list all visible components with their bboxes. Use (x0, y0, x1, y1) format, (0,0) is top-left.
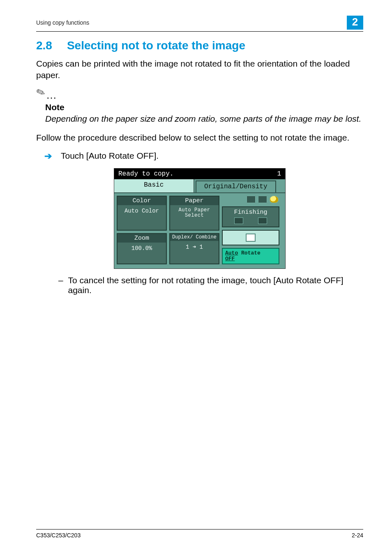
page-icon (246, 234, 256, 242)
duplex-header: Duplex/ Combine (170, 234, 219, 241)
note-label: Note (45, 102, 363, 112)
finishing-button[interactable]: Finishing (222, 206, 279, 227)
section-heading: 2.8Selecting not to rotate the image (36, 39, 363, 52)
output-preview-button[interactable] (222, 230, 279, 245)
paper-header: Paper (170, 197, 219, 205)
footer-page-number: 2-24 (352, 532, 363, 539)
header-rule (36, 31, 363, 32)
duplex-value: 1 ➜ 1 (170, 241, 219, 251)
auto-rotate-word3: OFF (225, 256, 235, 262)
footer-model: C353/C253/C203 (36, 532, 81, 539)
footer-rule (36, 529, 363, 530)
section-number: 2.8 (36, 39, 52, 52)
running-head: Using copy functions (36, 19, 89, 26)
step-1-text: Touch [Auto Rotate OFF]. (61, 151, 159, 162)
color-setting-button[interactable]: Color Auto Color (117, 196, 167, 231)
printer-lcd-screenshot: Ready to copy. 1 Basic Original/Density … (114, 168, 286, 268)
zoom-value: 100.0% (118, 243, 166, 252)
staple-icon (258, 196, 267, 203)
magnifier-icon (270, 196, 279, 203)
finishing-label: Finishing (223, 209, 279, 216)
note-block: ✎… Note Depending on the paper size and … (36, 89, 363, 125)
note-ellipsis-icon: … (46, 89, 57, 101)
lcd-status-text: Ready to copy. (118, 170, 173, 178)
section-title-text: Selecting not to rotate the image (67, 39, 245, 52)
color-header: Color (118, 197, 166, 205)
duplex-combine-button[interactable]: Duplex/ Combine 1 ➜ 1 (169, 233, 219, 264)
tab-basic[interactable]: Basic (114, 179, 194, 192)
shortcut-icons (222, 196, 279, 204)
auto-rotate-off-button[interactable]: Auto Rotate OFF (222, 248, 279, 264)
instruction-paragraph: Follow the procedure described below to … (36, 132, 363, 143)
arrow-right-icon: ➔ (44, 151, 61, 162)
tab-original-density[interactable]: Original/Density (196, 180, 277, 192)
color-value: Auto Color (118, 205, 166, 215)
chapter-number-tab: 2 (347, 16, 363, 30)
note-text: Depending on the paper size and zoom rat… (45, 113, 363, 125)
zoom-header: Zoom (118, 234, 166, 243)
finishing-opt1-icon (234, 217, 243, 224)
zoom-setting-button[interactable]: Zoom 100.0% (117, 233, 167, 264)
substep-1: – To cancel the setting for not rotating… (58, 275, 363, 295)
paper-setting-button[interactable]: Paper Auto Paper Select (169, 196, 219, 231)
paper-value: Auto Paper Select (170, 205, 219, 219)
auto-rotate-word2: Rotate (241, 250, 261, 256)
note-icon: ✎ (34, 85, 47, 100)
dash-bullet: – (58, 275, 68, 295)
step-1: ➔ Touch [Auto Rotate OFF]. (44, 151, 363, 162)
substep-1-text: To cancel the setting for not rotating t… (68, 275, 363, 295)
intro-paragraph: Copies can be printed with the image not… (36, 58, 363, 81)
layout-icon (247, 196, 256, 203)
lcd-copy-count: 1 (277, 170, 281, 178)
finishing-opt2-icon (258, 217, 267, 224)
